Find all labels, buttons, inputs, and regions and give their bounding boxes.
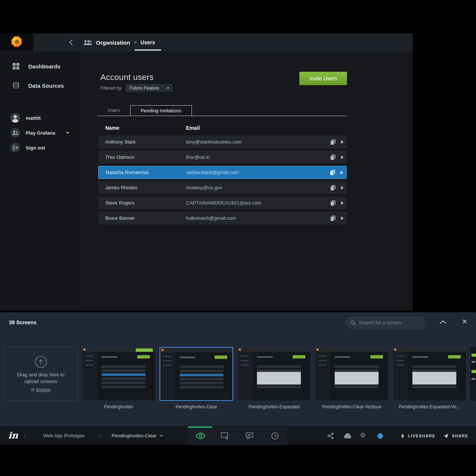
sidebar-user[interactable]: mattttt: [0, 112, 82, 124]
sidebar-item-play-grafana[interactable]: Play Grafana: [0, 126, 82, 139]
table-row[interactable]: Anthony Stark tony@starkindustries.com: [98, 135, 347, 148]
dashboards-icon: [13, 63, 19, 70]
gear-icon[interactable]: ⚙: [360, 432, 366, 438]
row-name: James Rhodes: [105, 185, 186, 190]
screen-preview: [393, 347, 466, 401]
copy-icon[interactable]: [331, 185, 335, 190]
screen-thumbnail-image: [315, 347, 389, 401]
sidebar-item-dashboards[interactable]: Dashboards: [0, 60, 82, 73]
table-row[interactable]: James Rhodes rhodesy@us.gov: [98, 181, 347, 194]
cloud-sync-icon[interactable]: [344, 433, 352, 439]
screen-preview: [238, 347, 311, 401]
column-header-name: Name: [105, 125, 119, 131]
filter-value: Future Feature: [129, 86, 159, 91]
grafana-logo-block[interactable]: [0, 33, 33, 51]
grafana-sidebar: Dashboards Data Sources: [0, 51, 82, 311]
close-drawer-icon[interactable]: ✕: [462, 318, 467, 326]
table-row[interactable]: Steve Rogers CAPTAINAMERICA1921@aol.com: [98, 196, 347, 209]
upload-dropzone[interactable]: Drag and drop here to upload screens or …: [4, 347, 78, 401]
chevron-right-icon: ›: [99, 432, 101, 438]
copy-icon[interactable]: [331, 216, 335, 221]
screen-label: PendingInvites-Clear: [176, 404, 217, 409]
breadcrumb-organization[interactable]: Organization: [96, 39, 130, 46]
status-dot[interactable]: [377, 433, 383, 439]
browse-link[interactable]: browse: [36, 387, 51, 392]
send-icon: [443, 434, 448, 438]
upload-message: Drag and drop here to upload screens: [13, 372, 69, 385]
chevron-down-icon: [167, 87, 170, 89]
screen-thumbnail-image: [160, 347, 233, 401]
upload-cloud-icon: [35, 356, 47, 368]
build-mode-icon[interactable]: [221, 432, 229, 440]
screen-label: PendingInvites-Expanded-Ve...: [399, 404, 460, 409]
tab-users[interactable]: Users: [97, 105, 130, 116]
share-button[interactable]: SHARE: [443, 427, 469, 445]
screen-thumbnail[interactable]: PendingInvites-Clear-Verbose: [315, 347, 389, 414]
table-row[interactable]: Bruce Banner hulksmash@gmail.com: [98, 212, 347, 225]
liveshare-button[interactable]: LIVESHARE: [401, 427, 435, 445]
collapse-drawer-icon[interactable]: [440, 320, 446, 324]
page-title: Account users: [100, 73, 154, 82]
username-label: mattttt: [26, 115, 41, 121]
screen-thumbnail-partial[interactable]: [470, 347, 476, 401]
screen-selector[interactable]: PendingInvites-Clear: [112, 433, 163, 438]
screen-thumbnail-image: [237, 347, 311, 401]
upload-or-browse: or browse: [31, 387, 51, 392]
chevron-down-icon: [66, 132, 70, 134]
row-email: tony@starkindustries.com: [186, 139, 242, 145]
row-expand-icon[interactable]: [341, 186, 344, 190]
history-mode-icon[interactable]: [271, 432, 279, 440]
screen-thumbnail[interactable]: PendingInvites-Clear: [160, 347, 233, 414]
tab-pending-invitations[interactable]: Pending Invitations: [130, 105, 192, 116]
row-name: Natasha Romanova: [106, 170, 186, 175]
preview-mode-icon[interactable]: [196, 432, 205, 439]
share-label: SHARE: [452, 434, 469, 438]
breadcrumb-separator-icon: >: [134, 39, 137, 45]
filter-row: Filtered by: Future Feature: [100, 84, 173, 92]
invite-users-button[interactable]: Invite Users: [299, 72, 347, 85]
comment-mode-icon[interactable]: [246, 432, 253, 439]
grafana-logo-icon: [10, 35, 24, 50]
filter-dropdown[interactable]: Future Feature: [126, 84, 173, 92]
row-expand-icon[interactable]: [341, 155, 344, 159]
screen-thumbnail[interactable]: PendingInvites-Expanded: [237, 347, 311, 414]
table-row[interactable]: Natasha Romanova widow.black@gmail.com: [98, 166, 347, 179]
copy-icon[interactable]: [331, 155, 335, 160]
breadcrumb-users[interactable]: Users: [141, 39, 155, 45]
row-actions: [331, 185, 344, 190]
upload-or-label: or: [31, 387, 35, 392]
sidebar-collapse-icon[interactable]: [69, 39, 73, 45]
row-email: rhodesy@us.gov: [186, 185, 222, 190]
screens-strip: Drag and drop here to upload screens or …: [4, 347, 476, 414]
lightning-icon: [401, 433, 405, 439]
row-expand-icon[interactable]: [341, 201, 344, 205]
copy-icon[interactable]: [330, 170, 335, 175]
screen-thumbnail[interactable]: PendingInvites-Expanded-Ve...: [393, 347, 466, 414]
search-icon: [350, 320, 356, 325]
search-input[interactable]: [359, 320, 424, 325]
screen-thumbnail[interactable]: PendingInvites: [82, 347, 155, 414]
invision-prototype-viewer: Organization > Users Dashboards: [0, 0, 476, 476]
copy-icon[interactable]: [331, 139, 335, 145]
share-nodes-icon[interactable]: [327, 432, 334, 439]
table-row[interactable]: Thor Odinson thor@od.in: [98, 151, 347, 164]
row-expand-icon[interactable]: [341, 171, 343, 174]
row-actions: [331, 139, 344, 145]
copy-icon[interactable]: [331, 200, 335, 206]
invitations-table-body: Anthony Stark tony@starkindustries.com T…: [98, 135, 347, 227]
sidebar-item-label: Dashboards: [28, 63, 61, 70]
row-expand-icon[interactable]: [341, 216, 344, 220]
row-name: Bruce Banner: [105, 215, 186, 221]
sidebar-item-sign-out[interactable]: Sign out: [0, 141, 82, 154]
screen-label: PendingInvites-Clear-Verbose: [322, 404, 381, 409]
screen-preview: [82, 347, 155, 401]
invision-logo[interactable]: in: [8, 430, 18, 441]
sidebar-item-datasources[interactable]: Data Sources: [0, 79, 82, 92]
prototype-screen: Organization > Users Dashboards: [0, 33, 413, 311]
row-email: CAPTAINAMERICA1921@aol.com: [186, 200, 261, 206]
project-breadcrumb[interactable]: Web App Prototype: [43, 433, 85, 438]
screen-thumbnail-image: [393, 347, 466, 401]
row-expand-icon[interactable]: [341, 140, 344, 144]
breadcrumb: Organization > Users: [83, 33, 155, 51]
sidebar-item-label: Play Grafana: [26, 130, 55, 136]
